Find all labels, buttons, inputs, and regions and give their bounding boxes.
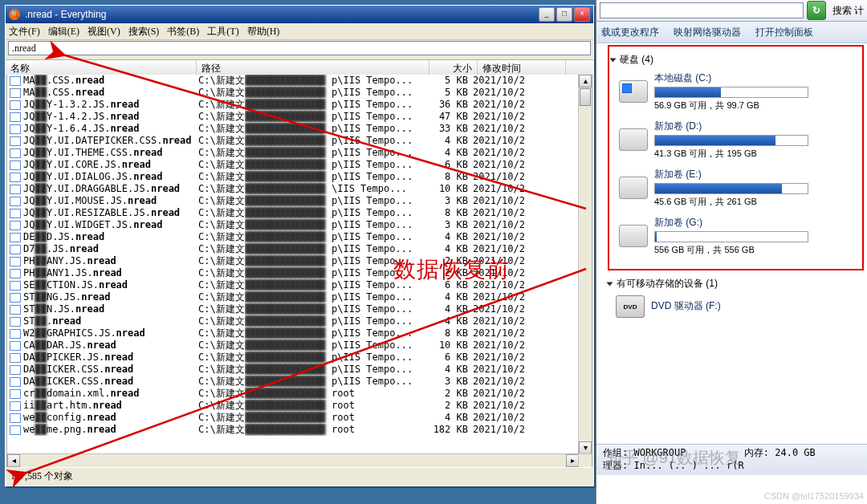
list-item[interactable]: JQ██Y.UI.MOUSE.JS.nreadC:\新建文███████████…: [7, 195, 579, 207]
refresh-icon[interactable]: ↻: [807, 1, 826, 20]
list-item[interactable]: JQ██Y.UI.CORE.JS.nreadC:\新建文████████████…: [7, 159, 579, 171]
file-path-prefix: C:\新建文: [198, 291, 245, 303]
minimize-button[interactable]: _: [539, 7, 555, 22]
list-item[interactable]: ST██N.JS.nreadC:\新建文████████████████p\II…: [7, 303, 579, 315]
open-control-panel-link[interactable]: 打开控制面板: [755, 26, 813, 39]
list-item[interactable]: ST██NG.JS.nreadC:\新建文████████████████p\I…: [7, 291, 579, 303]
address-input[interactable]: [600, 2, 804, 18]
list-item[interactable]: DA██ICKER.CSS.nreadC:\新建文███████████████…: [7, 376, 579, 388]
list-item[interactable]: CA██DAR.JS.nreadC:\新建文████████████████p\…: [7, 339, 579, 352]
file-size: 4 KB: [420, 364, 473, 376]
file-path-suffix: p\IIS Tempo...: [332, 291, 420, 303]
menu-edit[interactable]: 编辑(E): [48, 25, 79, 39]
search-input[interactable]: [8, 41, 591, 55]
menu-tool[interactable]: 工具(T): [207, 25, 238, 39]
menu-file[interactable]: 文件(F): [9, 25, 40, 39]
file-icon: [10, 413, 21, 423]
list-item[interactable]: JQ██Y.UI.DATEPICKER.CSS.nreadC:\新建文█████…: [7, 135, 579, 147]
file-date: 2021/10/2: [473, 388, 560, 400]
list-item[interactable]: W2██GRAPHICS.JS.nreadC:\新建文█████████████…: [7, 327, 579, 339]
list-item[interactable]: ST██.nreadC:\新建文████████████████p\IIS Te…: [7, 315, 579, 327]
title-bar[interactable]: 🔍 .nread - Everything _ □ ×: [6, 6, 593, 23]
list-item[interactable]: JQ██Y.UI.DRAGGABLE.JS.nreadC:\新建文███████…: [7, 183, 579, 195]
file-name: JQ██Y.UI.MOUSE.JS.nread: [23, 195, 198, 207]
file-size: 10 KB: [420, 339, 473, 352]
scroll-up-button[interactable]: ▴: [579, 75, 592, 87]
file-path-prefix: C:\新建文: [198, 219, 245, 231]
list-item[interactable]: cr██domain.xml.nreadC:\新建文██████████████…: [7, 388, 579, 400]
csdn-watermark: CSDN @tel17520159934: [764, 491, 864, 501]
file-path-hidden: ████████████████: [245, 255, 332, 267]
list-item[interactable]: JQ██Y.UI.THEME.CSS.nreadC:\新建文██████████…: [7, 147, 579, 159]
file-path-prefix: C:\新建文: [198, 231, 245, 243]
file-name: ST██NG.JS.nread: [23, 291, 198, 303]
menu-search[interactable]: 搜索(S): [128, 25, 160, 39]
horizontal-scrollbar[interactable]: ◂ ▸: [7, 453, 579, 467]
list-item[interactable]: JQ██Y-1.3.2.JS.nreadC:\新建文██████████████…: [7, 99, 579, 111]
file-path-hidden: ████████████████: [245, 75, 332, 87]
list-item[interactable]: DA██PICKER.JS.nreadC:\新建文███████████████…: [7, 352, 579, 364]
file-path-prefix: C:\新建文: [198, 339, 245, 352]
window-title: .nread - Everything: [25, 9, 537, 20]
dvd-drive-item[interactable]: DVD DVD 驱动器 (F:): [616, 295, 864, 318]
list-item[interactable]: DE██D.JS.nreadC:\新建文████████████████p\II…: [7, 231, 579, 243]
file-icon: [10, 305, 21, 315]
file-date: 2021/10/2: [473, 123, 560, 135]
file-icon: [10, 269, 21, 278]
list-item[interactable]: ii██art.htm.nreadC:\新建文████████████████r…: [7, 400, 579, 412]
map-network-drive-link[interactable]: 映射网络驱动器: [674, 26, 741, 39]
file-path-suffix: p\IIS Tempo...: [332, 352, 420, 364]
removable-section-header[interactable]: 有可移动存储的设备 (1): [608, 277, 864, 291]
list-item[interactable]: SE██CTION.JS.nreadC:\新建文████████████████…: [7, 279, 579, 291]
list-item[interactable]: PH██ANY.JS.nreadC:\新建文████████████████p\…: [7, 255, 579, 267]
file-path-hidden: ████████████████: [245, 231, 332, 243]
result-list: MA██.CSS.nreadC:\新建文████████████████p\II…: [6, 75, 592, 468]
file-path-suffix: root: [332, 400, 420, 412]
disk-section-header[interactable]: 硬盘 (4): [611, 53, 861, 67]
file-path-suffix: p\IIS Tempo...: [332, 195, 420, 207]
file-icon: [10, 173, 21, 182]
maximize-button[interactable]: □: [556, 7, 572, 22]
list-item[interactable]: D7██.JS.nreadC:\新建文████████████████p\IIS…: [7, 243, 579, 255]
drive-item[interactable]: 新加卷 (G:)556 GB 可用，共 556 GB: [619, 216, 861, 256]
list-item[interactable]: PH██ANY1.JS.nreadC:\新建文████████████████p…: [7, 267, 579, 279]
scroll-thumb[interactable]: [580, 88, 591, 106]
list-item[interactable]: JQ██Y-1.4.2.JS.nreadC:\新建文██████████████…: [7, 111, 579, 123]
file-path-suffix: \IIS Tempo...: [332, 183, 420, 195]
list-item[interactable]: JQ██Y.UI.RESIZABLE.JS.nreadC:\新建文███████…: [7, 207, 579, 219]
close-button[interactable]: ×: [574, 7, 590, 22]
list-item[interactable]: JQ██Y.UI.WIDGET.JS.nreadC:\新建文██████████…: [7, 219, 579, 231]
drive-item[interactable]: 新加卷 (D:)41.3 GB 可用，共 195 GB: [619, 120, 861, 160]
file-path-prefix: C:\新建文: [198, 376, 245, 388]
file-path-suffix: p\IIS Tempo...: [332, 231, 420, 243]
file-path-hidden: ████████████████: [245, 352, 332, 364]
file-date: 2021/10/2: [473, 87, 560, 99]
uninstall-link[interactable]: 载或更改程序: [601, 26, 659, 39]
file-size: 2 KB: [420, 400, 473, 412]
drive-item[interactable]: 本地磁盘 (C:)56.9 GB 可用，共 99.7 GB: [619, 71, 861, 112]
scroll-left-button[interactable]: ◂: [7, 454, 20, 467]
file-path-hidden: ████████████████: [245, 195, 332, 207]
file-path-prefix: C:\新建文: [198, 147, 245, 159]
file-size: 2 KB: [420, 388, 473, 400]
file-name: ST██N.JS.nread: [23, 303, 198, 315]
list-item[interactable]: JQ██Y-1.6.4.JS.nreadC:\新建文██████████████…: [7, 123, 579, 135]
file-icon: [10, 88, 21, 98]
scroll-down-button[interactable]: ▾: [579, 441, 592, 454]
menu-view[interactable]: 视图(V): [88, 25, 120, 39]
drive-item[interactable]: 新加卷 (E:)45.6 GB 可用，共 261 GB: [619, 168, 861, 208]
scroll-right-button[interactable]: ▸: [566, 454, 579, 467]
file-date: 2021/10/2: [473, 339, 560, 352]
list-item[interactable]: DA██ICKER.CSS.nreadC:\新建文███████████████…: [7, 364, 579, 376]
vertical-scrollbar[interactable]: ▴ ▾: [578, 75, 592, 454]
list-item[interactable]: JQ██Y.UI.DIALOG.JS.nreadC:\新建文██████████…: [7, 171, 579, 183]
menu-bookmark[interactable]: 书签(B): [167, 25, 199, 39]
list-item[interactable]: MA██.CSS.nreadC:\新建文████████████████p\II…: [7, 75, 579, 87]
file-path-hidden: ████████████████: [245, 207, 332, 219]
list-item[interactable]: we██config.nreadC:\新建文████████████████ro…: [7, 412, 579, 424]
file-icon: [10, 317, 21, 327]
drive-label: 新加卷 (G:): [654, 216, 861, 230]
menu-help[interactable]: 帮助(H): [247, 25, 280, 39]
list-item[interactable]: MA██.CSS.nreadC:\新建文████████████████p\II…: [7, 87, 579, 99]
list-item[interactable]: we██me.png.nreadC:\新建文████████████████ro…: [7, 424, 579, 436]
